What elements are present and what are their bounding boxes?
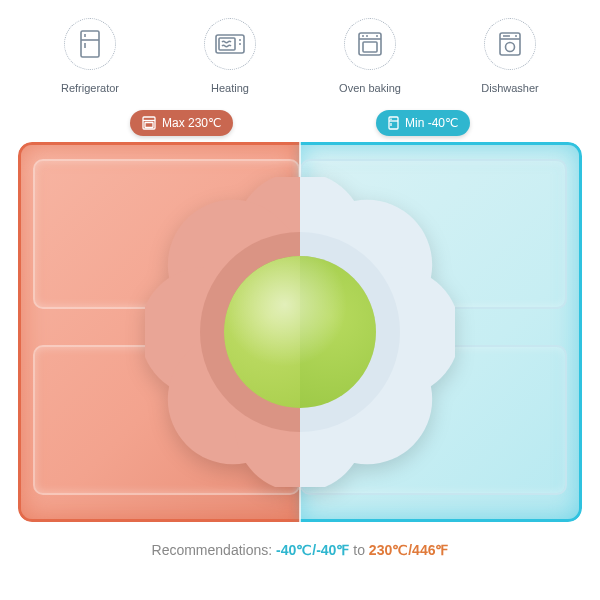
feature-dishwasher: Dishwasher: [450, 18, 570, 94]
min-temp-text: Min -40℃: [405, 116, 458, 130]
svg-rect-5: [219, 38, 235, 50]
svg-point-11: [366, 35, 368, 37]
feature-refrigerator: Refrigerator: [30, 18, 150, 94]
svg-point-10: [362, 35, 364, 37]
feature-row: Refrigerator Heating Ove: [0, 0, 600, 108]
feature-label: Refrigerator: [61, 82, 119, 94]
svg-rect-21: [145, 123, 153, 128]
fridge-small-icon: [388, 116, 399, 130]
max-temp-badge: Max 230℃: [130, 110, 233, 136]
refrigerator-icon: [64, 18, 116, 70]
oven-small-icon: [142, 116, 156, 130]
reco-joiner: to: [349, 542, 368, 558]
feature-heating: Heating: [170, 18, 290, 94]
feature-label: Oven baking: [339, 82, 401, 94]
reco-prefix: Recommendations:: [152, 542, 277, 558]
svg-rect-13: [363, 42, 377, 52]
feature-label: Heating: [211, 82, 249, 94]
oven-icon: [344, 18, 396, 70]
temperature-hero: [18, 142, 582, 522]
feature-label: Dishwasher: [481, 82, 538, 94]
svg-point-18: [506, 43, 515, 52]
bowl-inner: [224, 256, 376, 408]
svg-point-6: [239, 39, 241, 41]
reco-hot: 230℃/446℉: [369, 542, 449, 558]
feature-ovenbaking: Oven baking: [310, 18, 430, 94]
svg-point-16: [515, 35, 517, 37]
microwave-icon: [204, 18, 256, 70]
svg-point-7: [239, 43, 241, 45]
temperature-badges: Max 230℃ Min -40℃: [30, 108, 570, 142]
max-temp-text: Max 230℃: [162, 116, 221, 130]
recommendation-line: Recommendations: -40℃/-40℉ to 230℃/446℉: [0, 542, 600, 558]
dishwasher-icon: [484, 18, 536, 70]
min-temp-badge: Min -40℃: [376, 110, 470, 136]
svg-rect-0: [81, 31, 99, 57]
svg-point-12: [376, 35, 378, 37]
flower-bowl: [145, 177, 455, 487]
reco-cold: -40℃/-40℉: [276, 542, 349, 558]
